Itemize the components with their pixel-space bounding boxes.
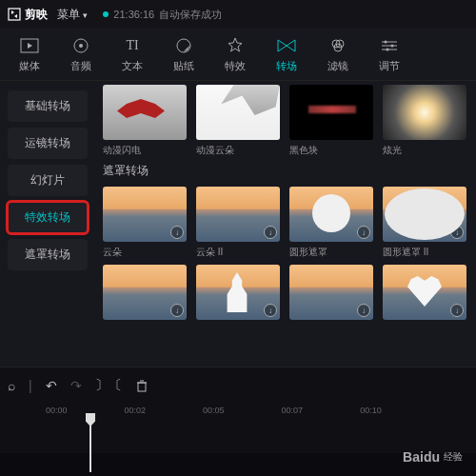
svg-rect-0 xyxy=(9,9,20,20)
tab-text[interactable]: TI 文本 xyxy=(110,36,154,73)
transition-gallery: 动漫闪电 动漫云朵 黑色块 炫光 遮罩转场 ↓云朵 ↓云朵 II ↓圆形遮罩 ↓… xyxy=(95,81,476,367)
text-icon: TI xyxy=(123,36,142,55)
sidebar-item-slide[interactable]: 幻灯片 xyxy=(8,165,88,196)
top-tabs: 媒体 音频 TI 文本 贴纸 特效 转场 滤镜 调节 xyxy=(0,29,476,81)
sidebar-item-mask[interactable]: 遮罩转场 xyxy=(8,239,88,270)
tab-media[interactable]: 媒体 xyxy=(8,36,51,73)
timeline-panel: ⌕ | ↶ ↷ 〕〔 00:00 00:02 00:05 00:07 00:10 xyxy=(0,367,476,453)
download-icon[interactable]: ↓ xyxy=(264,226,277,239)
transition-card[interactable]: 动漫云朵 xyxy=(196,85,280,157)
effects-icon xyxy=(226,36,245,55)
transition-card[interactable]: ↓云朵 xyxy=(103,187,187,259)
download-icon[interactable]: ↓ xyxy=(357,226,370,239)
transition-card[interactable]: ↓ xyxy=(196,265,280,320)
category-sidebar: 基础转场 运镜转场 幻灯片 特效转场 遮罩转场 xyxy=(0,81,95,367)
download-icon[interactable]: ↓ xyxy=(264,304,277,317)
svg-point-9 xyxy=(391,44,394,47)
app-name: 剪映 xyxy=(25,7,48,23)
redo-icon[interactable]: ↷ xyxy=(70,378,82,393)
svg-rect-11 xyxy=(138,383,146,391)
transition-icon xyxy=(277,36,296,55)
media-icon xyxy=(20,36,39,55)
delete-icon[interactable] xyxy=(135,379,149,392)
transition-card[interactable]: ↓圆形遮罩 xyxy=(289,187,373,259)
transition-card[interactable]: ↓云朵 II xyxy=(196,187,280,259)
download-icon[interactable]: ↓ xyxy=(170,226,184,239)
pointer-tool-icon[interactable]: ⌕ xyxy=(8,378,15,393)
transition-card[interactable]: ↓ xyxy=(383,265,466,320)
status-dot-icon xyxy=(103,11,109,17)
tab-filter[interactable]: 滤镜 xyxy=(316,36,360,73)
transition-card[interactable]: ↓圆形遮罩 II xyxy=(383,187,466,259)
tab-effects[interactable]: 特效 xyxy=(213,36,257,73)
app-logo: 剪映 xyxy=(8,7,48,23)
svg-point-3 xyxy=(79,44,83,48)
section-title: 遮罩转场 xyxy=(103,163,468,179)
transition-card[interactable]: 黑色块 xyxy=(289,85,373,157)
download-icon[interactable]: ↓ xyxy=(450,226,464,239)
undo-icon[interactable]: ↶ xyxy=(46,378,57,393)
sidebar-item-camera[interactable]: 运镜转场 xyxy=(8,128,88,159)
svg-point-8 xyxy=(385,40,387,43)
menu-button[interactable]: 菜单 ▾ xyxy=(57,7,88,23)
download-icon[interactable]: ↓ xyxy=(170,304,184,317)
sidebar-item-basic[interactable]: 基础转场 xyxy=(8,90,88,122)
filter-icon xyxy=(328,36,347,55)
transition-card[interactable]: ↓ xyxy=(103,265,187,320)
transition-card[interactable]: 炫光 xyxy=(383,85,466,157)
tab-transition[interactable]: 转场 xyxy=(265,36,308,73)
download-icon[interactable]: ↓ xyxy=(357,304,370,317)
tab-sticker[interactable]: 贴纸 xyxy=(162,36,206,73)
sticker-icon xyxy=(174,36,193,55)
watermark: Baidu经验 xyxy=(403,449,463,465)
autosave-status: 21:36:16 自动保存成功 xyxy=(103,8,222,22)
sidebar-item-fx[interactable]: 特效转场 xyxy=(8,202,88,233)
tab-audio[interactable]: 音频 xyxy=(59,36,103,73)
timeline-ruler[interactable]: 00:00 00:02 00:05 00:07 00:10 xyxy=(8,406,468,415)
split-icon[interactable]: 〕〔 xyxy=(95,377,122,394)
svg-point-10 xyxy=(387,48,389,50)
transition-card[interactable]: 动漫闪电 xyxy=(103,85,187,157)
adjust-icon xyxy=(380,36,399,55)
playhead[interactable] xyxy=(8,415,468,453)
audio-icon xyxy=(71,36,90,55)
transition-card[interactable]: ↓ xyxy=(289,265,373,320)
download-icon[interactable]: ↓ xyxy=(450,304,464,317)
tab-adjust[interactable]: 调节 xyxy=(367,36,411,73)
svg-point-4 xyxy=(177,39,190,52)
